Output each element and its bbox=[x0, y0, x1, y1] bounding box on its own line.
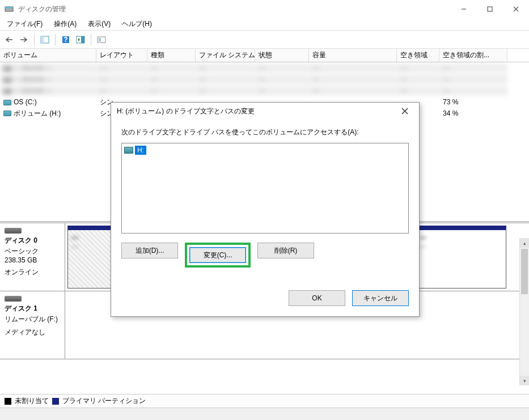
minimize-button[interactable] bbox=[451, 0, 477, 18]
volume-capacity: — bbox=[309, 63, 397, 73]
partition[interactable]: —— bbox=[416, 226, 506, 289]
col-filesystem[interactable]: ファイル システム bbox=[196, 49, 255, 62]
volume-capacity: — bbox=[309, 86, 397, 95]
volume-status: — bbox=[255, 63, 309, 73]
close-button[interactable] bbox=[503, 0, 529, 18]
remove-button[interactable]: 削除(R) bbox=[257, 243, 314, 258]
svg-rect-7 bbox=[41, 36, 44, 43]
ok-button[interactable]: OK bbox=[289, 290, 345, 306]
volume-name: ボリューム (H:) bbox=[0, 108, 96, 119]
dialog-titlebar: H: (ボリューム) のドライブ文字とパスの変更 bbox=[111, 103, 419, 120]
disk-icon bbox=[5, 296, 22, 302]
drive-icon bbox=[3, 77, 11, 83]
volume-name: — blurred — bbox=[0, 86, 96, 95]
change-button-highlight: 変更(C)... bbox=[185, 243, 251, 268]
legend-primary-label: プライマリ パーティション bbox=[62, 396, 146, 406]
drive-icon bbox=[124, 147, 133, 154]
properties-button[interactable] bbox=[95, 33, 108, 46]
drive-path-label: H: bbox=[135, 146, 146, 155]
volume-row[interactable]: — blurred ———————— bbox=[0, 62, 529, 74]
volume-fs: — bbox=[196, 75, 255, 84]
disk-label[interactable]: ディスク 1リムーバブル (F:)メディアなし bbox=[0, 291, 65, 359]
col-capacity[interactable]: 容量 bbox=[309, 49, 397, 62]
disk-name: ディスク 1 bbox=[5, 304, 60, 313]
col-free-pct[interactable]: 空き領域の割... bbox=[439, 49, 507, 62]
scroll-down-arrow[interactable]: ▾ bbox=[520, 376, 529, 385]
volume-free: — bbox=[397, 86, 439, 95]
svg-rect-11 bbox=[81, 36, 84, 43]
change-button[interactable]: 変更(C)... bbox=[189, 247, 246, 263]
col-status[interactable]: 状態 bbox=[255, 49, 309, 62]
forward-button[interactable] bbox=[17, 33, 31, 46]
volume-free-pct: 34 % bbox=[439, 109, 507, 118]
col-type[interactable]: 種類 bbox=[147, 49, 196, 62]
legend-unallocated-swatch bbox=[5, 398, 11, 405]
volume-layout: — bbox=[96, 86, 147, 95]
volume-free: — bbox=[397, 75, 439, 84]
col-volume[interactable]: ボリューム bbox=[0, 49, 96, 62]
menu-help[interactable]: ヘルプ(H) bbox=[116, 18, 158, 31]
disk-label[interactable]: ディスク 0ベーシック238.35 GBオンライン bbox=[0, 223, 65, 291]
disk-bustype: リムーバブル (F:) bbox=[5, 315, 60, 324]
disk-bustype: ベーシック bbox=[5, 247, 60, 256]
volume-free-pct: 73 % bbox=[439, 97, 507, 107]
drive-icon bbox=[3, 88, 11, 94]
scroll-up-arrow[interactable]: ▴ bbox=[520, 238, 529, 248]
drive-path-item[interactable]: H: bbox=[124, 146, 146, 155]
scroll-thumb[interactable] bbox=[521, 249, 528, 294]
titlebar: ディスクの管理 bbox=[0, 0, 529, 18]
volume-free: — bbox=[397, 63, 439, 73]
drive-icon bbox=[3, 100, 11, 105]
col-free[interactable]: 空き領域 bbox=[397, 49, 439, 62]
volume-name: — blurred — bbox=[0, 75, 96, 84]
col-layout[interactable]: レイアウト bbox=[96, 49, 147, 62]
volume-layout: — bbox=[96, 63, 147, 73]
volume-type: — bbox=[147, 63, 196, 73]
disk-icon bbox=[5, 228, 22, 234]
drive-paths-listbox[interactable]: H: bbox=[121, 143, 409, 234]
maximize-button[interactable] bbox=[477, 0, 503, 18]
drive-icon bbox=[3, 111, 11, 116]
toolbar: ? bbox=[0, 31, 529, 49]
refresh-button[interactable] bbox=[74, 33, 87, 46]
menu-action[interactable]: 操作(A) bbox=[48, 18, 82, 31]
menubar: ファイル(F) 操作(A) 表示(V) ヘルプ(H) bbox=[0, 18, 529, 31]
back-button[interactable] bbox=[2, 33, 16, 46]
vertical-scrollbar[interactable]: ▴ ▾ bbox=[519, 238, 529, 385]
disk-name: ディスク 0 bbox=[5, 236, 60, 245]
volume-name: — blurred — bbox=[0, 63, 96, 73]
show-hide-console-button[interactable] bbox=[38, 33, 52, 46]
dialog-title: H: (ボリューム) のドライブ文字とパスの変更 bbox=[117, 107, 396, 116]
separator bbox=[91, 34, 91, 45]
volume-capacity: — bbox=[309, 75, 397, 84]
volume-free-pct: — bbox=[439, 63, 507, 73]
volume-free-pct: — bbox=[439, 75, 507, 84]
separator bbox=[34, 34, 35, 45]
disk-size: 238.35 GB bbox=[5, 256, 60, 264]
cancel-button[interactable]: キャンセル bbox=[352, 290, 409, 306]
add-button[interactable]: 追加(D)... bbox=[121, 243, 178, 258]
drive-icon bbox=[3, 66, 11, 71]
volume-status: — bbox=[255, 75, 309, 84]
volume-layout: — bbox=[96, 75, 147, 84]
change-drive-letter-dialog: H: (ボリューム) のドライブ文字とパスの変更 次のドライブ文字とドライブ パ… bbox=[111, 102, 420, 317]
help-button[interactable]: ? bbox=[59, 33, 73, 46]
dialog-close-button[interactable] bbox=[396, 103, 413, 120]
volume-free-pct: — bbox=[439, 86, 507, 95]
separator bbox=[55, 34, 56, 45]
legend-unallocated-label: 未割り当て bbox=[15, 396, 49, 406]
statusbar bbox=[0, 408, 529, 420]
legend-primary-swatch bbox=[52, 398, 59, 405]
volume-fs: — bbox=[196, 86, 255, 95]
dialog-instruction: 次のドライブ文字とドライブ パスを使ってこのボリュームにアクセスする(A): bbox=[121, 128, 409, 137]
volume-row[interactable]: — blurred ———————— bbox=[0, 74, 529, 85]
svg-rect-1 bbox=[5, 7, 13, 9]
legend: 未割り当て プライマリ パーティション bbox=[0, 394, 529, 408]
menu-view[interactable]: 表示(V) bbox=[82, 18, 116, 31]
svg-text:?: ? bbox=[64, 36, 67, 44]
volume-status: — bbox=[255, 86, 309, 95]
disk-status: オンライン bbox=[5, 268, 60, 277]
volume-row[interactable]: — blurred ———————— bbox=[0, 85, 529, 96]
volume-fs: — bbox=[196, 63, 255, 73]
menu-file[interactable]: ファイル(F) bbox=[1, 18, 48, 31]
